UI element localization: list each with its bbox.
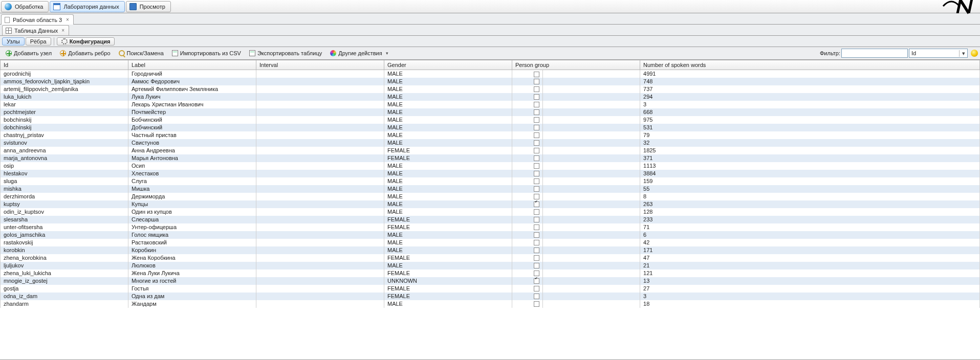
cell-gender[interactable]: MALE <box>384 131 512 139</box>
cell-id[interactable]: unter-ofitsersha <box>1 223 128 231</box>
table-row[interactable]: odna_iz_damОдна из дамFEMALE3 <box>1 292 980 300</box>
cell-id[interactable]: ljuljukov <box>1 262 128 269</box>
cell-id[interactable]: kuptsy <box>1 200 128 208</box>
checkbox-icon[interactable] <box>534 217 539 222</box>
cell-person-group-pad[interactable] <box>543 216 640 223</box>
checkbox-icon[interactable] <box>534 263 539 268</box>
cell-interval[interactable] <box>256 223 384 231</box>
cell-words[interactable]: 737 <box>640 85 980 93</box>
cell-interval[interactable] <box>256 269 384 277</box>
cell-person-group-pad[interactable] <box>543 85 640 93</box>
cell-interval[interactable] <box>256 239 384 246</box>
checkbox-icon[interactable] <box>534 271 539 276</box>
cell-words[interactable]: 159 <box>640 177 980 185</box>
cell-person-group-pad[interactable] <box>543 124 640 131</box>
cell-interval[interactable] <box>256 185 384 193</box>
cell-person-group-pad[interactable] <box>543 116 640 124</box>
cell-gender[interactable]: MALE <box>384 78 512 85</box>
table-row[interactable]: ljuljukovЛюлюковMALE21 <box>1 262 980 269</box>
cell-person-group-checkbox[interactable] <box>512 285 543 292</box>
cell-person-group-checkbox[interactable] <box>512 139 543 147</box>
col-header-label[interactable]: Label <box>128 60 256 70</box>
checkbox-icon[interactable] <box>534 132 539 138</box>
cell-gender[interactable]: MALE <box>384 101 512 108</box>
search-replace-button[interactable]: Поиск/Замена <box>115 49 167 58</box>
checkbox-icon[interactable] <box>534 148 539 153</box>
cell-gender[interactable]: MALE <box>384 262 512 269</box>
cell-words[interactable]: 21 <box>640 262 980 269</box>
cell-interval[interactable] <box>256 300 384 308</box>
close-icon[interactable]: × <box>65 17 70 22</box>
cell-id[interactable]: zhena_korobkina <box>1 254 128 262</box>
col-header-person-group[interactable]: Person group <box>512 60 640 70</box>
cell-id[interactable]: gostja <box>1 285 128 292</box>
checkbox-icon[interactable] <box>534 232 539 238</box>
cell-interval[interactable] <box>256 208 384 216</box>
cell-id[interactable]: chastnyj_pristav <box>1 131 128 139</box>
cell-label[interactable]: Свистунов <box>128 139 256 147</box>
table-row[interactable]: slesarshaСлесаршаFEMALE233 <box>1 216 980 223</box>
cell-person-group-pad[interactable] <box>543 162 640 170</box>
cell-person-group-pad[interactable] <box>543 269 640 277</box>
checkbox-icon[interactable] <box>534 248 539 253</box>
cell-person-group-checkbox[interactable] <box>512 239 543 246</box>
cell-gender[interactable]: MALE <box>384 246 512 254</box>
cell-interval[interactable] <box>256 193 384 200</box>
cell-id[interactable]: dobchinskij <box>1 124 128 131</box>
cell-words[interactable]: 32 <box>640 139 980 147</box>
cell-label[interactable]: Держиморда <box>128 193 256 200</box>
cell-words[interactable]: 531 <box>640 124 980 131</box>
cell-gender[interactable]: FEMALE <box>384 223 512 231</box>
cell-person-group-checkbox[interactable] <box>512 70 543 78</box>
col-header-interval[interactable]: Interval <box>256 60 384 70</box>
cell-person-group-checkbox[interactable] <box>512 292 543 300</box>
cell-id[interactable]: derzhimorda <box>1 193 128 200</box>
table-row[interactable]: pochtmejsterПочтмейстерMALE668 <box>1 108 980 116</box>
cell-person-group-checkbox[interactable] <box>512 147 543 154</box>
cell-label[interactable]: Осип <box>128 162 256 170</box>
checkbox-icon[interactable] <box>534 286 539 291</box>
cell-gender[interactable]: UNKNOWN <box>384 277 512 285</box>
cell-gender[interactable]: MALE <box>384 93 512 101</box>
cell-id[interactable]: zhandarm <box>1 300 128 308</box>
checkbox-icon[interactable] <box>534 117 539 123</box>
table-row[interactable]: zhandarmЖандармMALE18 <box>1 300 980 308</box>
cell-interval[interactable] <box>256 285 384 292</box>
cell-words[interactable]: 79 <box>640 131 980 139</box>
data-grid[interactable]: Id Label Interval Gender Person group Nu… <box>0 60 980 360</box>
cell-person-group-checkbox[interactable] <box>512 101 543 108</box>
cell-person-group-checkbox[interactable] <box>512 231 543 239</box>
cell-interval[interactable] <box>256 78 384 85</box>
cell-person-group-checkbox[interactable] <box>512 277 543 285</box>
cell-words[interactable]: 171 <box>640 246 980 254</box>
cell-person-group-checkbox[interactable] <box>512 162 543 170</box>
cell-gender[interactable]: MALE <box>384 200 512 208</box>
table-row[interactable]: hlestakovХлестаковMALE3884 <box>1 170 980 177</box>
cell-words[interactable]: 4991 <box>640 70 980 78</box>
cell-interval[interactable] <box>256 85 384 93</box>
cell-label[interactable]: Частный пристав <box>128 131 256 139</box>
workspace-tab[interactable]: Рабочая область 3 × <box>1 14 74 25</box>
cell-gender[interactable]: MALE <box>384 300 512 308</box>
cell-label[interactable]: Купцы <box>128 200 256 208</box>
cell-person-group-checkbox[interactable] <box>512 85 543 93</box>
cell-gender[interactable]: FEMALE <box>384 147 512 154</box>
table-row[interactable]: derzhimordaДержимордаMALE8 <box>1 193 980 200</box>
cell-person-group-pad[interactable] <box>543 231 640 239</box>
cell-interval[interactable] <box>256 292 384 300</box>
cell-person-group-checkbox[interactable] <box>512 93 543 101</box>
checkbox-icon[interactable] <box>534 86 539 92</box>
table-row[interactable]: korobkinКоробкинMALE171 <box>1 246 980 254</box>
cell-interval[interactable] <box>256 154 384 162</box>
table-row[interactable]: mnogie_iz_gostejМногие из гостейUNKNOWN1… <box>1 277 980 285</box>
cell-id[interactable]: rastakovskij <box>1 239 128 246</box>
checkbox-icon[interactable] <box>534 125 539 130</box>
table-row[interactable]: gorodnichijГородничийMALE4991 <box>1 70 980 78</box>
cell-label[interactable]: Жена Луки Лукича <box>128 269 256 277</box>
cell-interval[interactable] <box>256 254 384 262</box>
table-row[interactable]: anna_andreevnaАнна АндреевнаFEMALE1825 <box>1 147 980 154</box>
table-row[interactable]: luka_lukichЛука ЛукичMALE294 <box>1 93 980 101</box>
close-icon[interactable]: × <box>60 28 66 33</box>
cell-id[interactable]: osip <box>1 162 128 170</box>
cell-id[interactable]: svistunov <box>1 139 128 147</box>
